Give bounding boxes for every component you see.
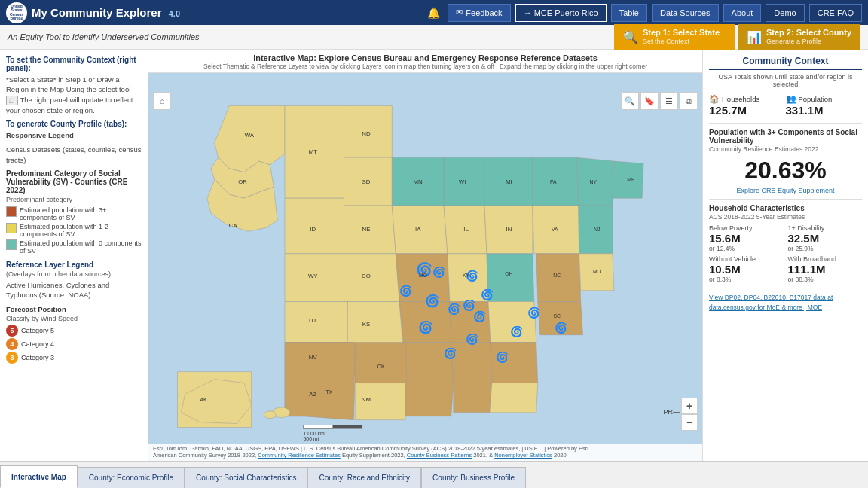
nc-label: NC: [553, 273, 561, 278]
bottom-tabs: Interactive Map County: Economic Profile…: [0, 461, 868, 488]
nm-label: NM: [362, 396, 371, 403]
hh-title: Household Characteristics: [709, 204, 862, 212]
oh-label: OH: [505, 271, 512, 276]
envelope-icon: ✉: [456, 8, 463, 17]
hurricane-label: Active Hurricanes, Cyclones and Typhoons…: [6, 280, 142, 300]
hurricane-icon-12: 🌀: [527, 307, 541, 319]
legend-label-low: Estimated population with 0 components o…: [20, 239, 142, 255]
mn-label: MN: [414, 178, 423, 185]
fl-east: [490, 383, 538, 413]
data-sources-button[interactable]: Data Sources: [652, 4, 719, 22]
legend-label-med: Estimated population with 1-2 components…: [20, 223, 142, 238]
disability-pct: or 25.9%: [788, 245, 863, 252]
cat3-label: Category 3: [21, 354, 54, 361]
demo-button[interactable]: Demo: [766, 4, 804, 22]
map-container[interactable]: Interactive Map: Explore Census Bureau a…: [148, 50, 702, 461]
feedback-button[interactable]: ✉ Feedback: [448, 4, 510, 22]
map-title: Interactive Map: Explore Census Bureau a…: [156, 53, 695, 63]
mce-puerto-rico-button[interactable]: → MCE Puerto Rico: [515, 4, 607, 22]
header: UnitedStatesCensusBureau My Community Ex…: [0, 0, 868, 25]
stat-households: 🏠 Households 125.7M: [709, 94, 786, 117]
sv-heading: Population with 3+ Components of Social …: [709, 128, 862, 145]
cbp-link[interactable]: County Business Patterns: [407, 452, 472, 459]
ut-label: UT: [309, 317, 317, 324]
tab-race-ethnicity[interactable]: County: Race and Ethnicity: [307, 467, 421, 488]
tab-economic-profile[interactable]: County: Economic Profile: [78, 467, 185, 488]
hurricane-icon-2: 🌀: [426, 294, 441, 308]
nv-label: NV: [309, 354, 318, 361]
ne-label: NE: [362, 226, 371, 233]
co-label: CO: [362, 273, 371, 279]
broadband-pct: or 88.3%: [788, 276, 863, 283]
tx-state: [355, 343, 407, 383]
list-tool-button[interactable]: ☰: [660, 92, 678, 110]
hi-island2: [264, 411, 277, 419]
sd-label: SD: [362, 178, 371, 185]
tx-west: [285, 343, 355, 420]
right-panel: Community Context USA Totals shown until…: [702, 50, 868, 461]
map-subtitle: Select Thematic & Reference Layers to vi…: [156, 63, 695, 70]
mi-label: MI: [506, 178, 512, 185]
view-data-link[interactable]: View DP02, DP04, B22010, B17017 data at …: [709, 294, 833, 311]
tx-label: TX: [326, 389, 333, 395]
divider-3: [709, 288, 862, 288]
hurricane-icon-13: 🌀: [555, 322, 568, 334]
hurricane-icon-3: 🌀: [448, 303, 461, 316]
home-tool-button[interactable]: ⌂: [153, 92, 171, 110]
sv-percent: 20.63%: [709, 157, 862, 184]
ks-label: KS: [362, 321, 370, 328]
ref-legend-sub: (Overlays from other data sources): [6, 270, 142, 278]
zoom-out-button[interactable]: −: [681, 414, 698, 431]
population-value: 331.1M: [786, 104, 863, 117]
zoom-in-button[interactable]: +: [681, 398, 698, 414]
in-label: IN: [506, 226, 512, 233]
svg-text:500 mi: 500 mi: [304, 436, 319, 441]
below-poverty-label: Below Poverty:: [709, 224, 784, 232]
map-toolbar-left: ⌂: [153, 92, 171, 110]
hh-below-poverty: Below Poverty: 15.6M or 12.4%: [709, 224, 784, 252]
ref-legend-title: Reference Layer Legend: [6, 261, 142, 269]
divider-1: [709, 123, 862, 124]
map-zoom-controls: + −: [681, 398, 698, 431]
broadband-label: With Broadband:: [788, 255, 863, 263]
cre-equity-link[interactable]: Explore CRE Equity Supplement: [709, 187, 862, 194]
sc-label: SC: [553, 313, 561, 319]
map-header: Interactive Map: Explore Census Bureau a…: [148, 50, 702, 73]
hurricane-icon-9: 🌀: [510, 325, 524, 338]
table-button[interactable]: Table: [611, 4, 647, 22]
step1-box[interactable]: 🔍 Step 1: Select State Set the Context: [614, 24, 735, 50]
cat3-circle: 3: [6, 352, 18, 364]
forecast-title: Forecast Position: [6, 305, 142, 313]
search-tool-button[interactable]: 🔍: [621, 92, 639, 110]
hurricane-icon-7: 🌀: [481, 288, 494, 301]
people-icon: 👥: [786, 94, 796, 104]
oh-state: [487, 254, 534, 302]
tab-social-characteristics[interactable]: County: Social Characteristics: [185, 467, 307, 488]
cat5-circle: 5: [6, 325, 18, 337]
census-seal: UnitedStatesCensusBureau: [6, 2, 27, 23]
legend-bold-label: Responsive Legend: [6, 131, 74, 139]
hurricane-icon-6: 🌀: [418, 320, 433, 334]
tab-business-profile[interactable]: County: Business Profile: [421, 467, 526, 488]
map-pin-icon: 🔍: [623, 30, 638, 44]
ky-label: KY: [463, 273, 470, 278]
stat-population: 👥 Population 331.1M: [786, 94, 863, 117]
cre-link[interactable]: Community Resilience Estimates: [258, 452, 341, 459]
bell-icon[interactable]: 🔔: [424, 5, 443, 20]
tab-interactive-map[interactable]: Interactive Map: [0, 465, 78, 488]
step-container: 🔍 Step 1: Select State Set the Context 📊…: [614, 24, 860, 50]
context-text: *Select a State* in Step 1 or Draw a Reg…: [6, 75, 142, 115]
no-vehicle-value: 10.5M: [709, 263, 784, 276]
app-title: My Community Explorer 4.0: [32, 6, 180, 19]
az-label: AZ: [309, 391, 316, 398]
about-button[interactable]: About: [723, 4, 762, 22]
divider-2: [709, 199, 862, 200]
cre-faq-button[interactable]: CRE FAQ: [809, 4, 862, 22]
nonemployer-link[interactable]: Nonemployer Statistics: [494, 452, 552, 459]
wind-item-cat5: 5 Category 5: [6, 325, 142, 337]
bookmark-tool-button[interactable]: 🔖: [640, 92, 659, 110]
step2-box[interactable]: 📊 Step 2: Select County Generate a Profi…: [738, 24, 860, 50]
la-state: [405, 383, 454, 416]
mt-label: MT: [309, 148, 318, 155]
layers-tool-button[interactable]: ⧉: [680, 92, 698, 110]
